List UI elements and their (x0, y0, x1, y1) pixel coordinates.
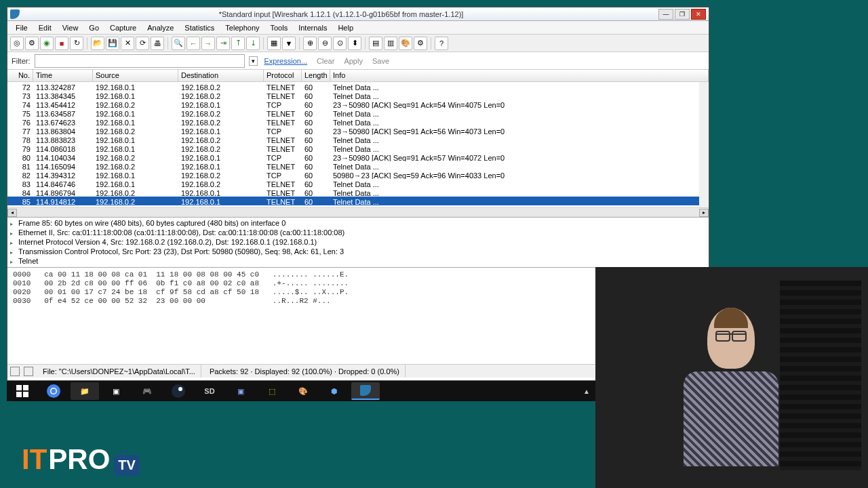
packet-row[interactable]: 83114.846746192.168.0.1192.168.0.2TELNET… (7, 179, 709, 188)
packet-row[interactable]: 81114.165094192.168.0.2192.168.0.1TELNET… (7, 161, 709, 170)
explorer-icon[interactable]: 📁 (71, 382, 99, 400)
interfaces-button[interactable]: ◎ (10, 37, 24, 50)
close-button[interactable]: ✕ (691, 9, 706, 20)
last-button[interactable]: ⤓ (246, 37, 260, 50)
sd-icon[interactable]: SD (195, 382, 224, 400)
packet-row[interactable]: 72113.324287192.168.0.1192.168.0.2TELNET… (7, 82, 709, 91)
filter-dropdown-button[interactable]: ▾ (249, 56, 258, 66)
find-button[interactable]: 🔍 (172, 37, 185, 50)
gns3-icon[interactable]: ⬢ (320, 382, 349, 400)
packet-row[interactable]: 73113.384345192.168.0.1192.168.0.2TELNET… (7, 91, 709, 100)
gamepad-icon[interactable]: 🎮 (133, 382, 161, 400)
titlebar: *Standard input [Wireshark 1.12.1 (v1.12… (7, 7, 709, 21)
col-info[interactable]: Info (330, 70, 709, 81)
menu-view[interactable]: View (57, 22, 84, 33)
menu-file[interactable]: File (10, 22, 33, 33)
col-length[interactable]: Length (302, 70, 330, 81)
terminal-icon[interactable]: ▣ (102, 382, 130, 400)
menu-telephony[interactable]: Telephony (220, 22, 264, 33)
close-file-button[interactable]: ✕ (121, 37, 134, 50)
menu-tools[interactable]: Tools (265, 22, 294, 33)
print-button[interactable]: 🖶 (151, 37, 164, 50)
wireshark-taskbar-icon[interactable] (351, 382, 380, 400)
save-button[interactable]: 💾 (106, 37, 119, 50)
reload-button[interactable]: ⟳ (136, 37, 149, 50)
col-no[interactable]: No. (7, 70, 33, 81)
save-filter-button[interactable]: Save (370, 57, 392, 65)
packet-row[interactable]: 74113.454412192.168.0.2192.168.0.1TCP602… (7, 100, 709, 108)
autoscroll-button[interactable]: ▼ (282, 37, 296, 50)
help-button[interactable]: ? (435, 37, 448, 50)
menu-go[interactable]: Go (83, 22, 104, 33)
vertical-scrollbar[interactable] (699, 82, 709, 207)
menu-capture[interactable]: Capture (104, 22, 142, 33)
capture-comment-icon[interactable] (24, 367, 33, 376)
preferences-button[interactable]: ⚙ (414, 37, 427, 50)
expression-button[interactable]: Expression... (262, 57, 311, 65)
svg-point-8 (178, 387, 182, 391)
stop-capture-button[interactable]: ■ (55, 37, 68, 50)
display-filters-button[interactable]: ▥ (384, 37, 397, 50)
packet-row[interactable]: 75113.634587192.168.0.1192.168.0.2TELNET… (7, 108, 709, 117)
open-button[interactable]: 📂 (91, 37, 104, 50)
packet-row[interactable]: 79114.086018192.168.0.1192.168.0.2TELNET… (7, 144, 709, 152)
packet-row[interactable]: 85114.914812192.168.0.2192.168.0.1TELNET… (7, 197, 709, 205)
goto-button[interactable]: ⇥ (216, 37, 230, 50)
clear-button[interactable]: Clear (314, 57, 337, 65)
zoom-reset-button[interactable]: ⊙ (333, 37, 347, 50)
next-button[interactable]: → (201, 37, 215, 50)
col-protocol[interactable]: Protocol (264, 70, 302, 81)
start-button[interactable] (8, 382, 37, 400)
prev-button[interactable]: ← (186, 37, 200, 50)
menu-statistics[interactable]: Statistics (179, 22, 220, 33)
detail-row[interactable]: Transmission Control Protocol, Src Port:… (10, 247, 706, 257)
menu-analyze[interactable]: Analyze (142, 22, 179, 33)
minimize-button[interactable]: — (658, 9, 673, 20)
start-capture-button[interactable]: ◉ (40, 37, 54, 50)
system-tray[interactable]: ▲ (579, 388, 594, 395)
expert-info-icon[interactable] (10, 367, 20, 376)
status-file: File: "C:\Users\DONPEZ~1\AppData\Local\T… (37, 365, 201, 378)
col-time[interactable]: Time (33, 70, 93, 81)
zoom-out-button[interactable]: ⊖ (318, 37, 332, 50)
paint-icon[interactable]: 🎨 (289, 382, 317, 400)
menu-edit[interactable]: Edit (33, 22, 57, 33)
packet-details-pane[interactable]: Frame 85: 60 bytes on wire (480 bits), 6… (7, 218, 709, 268)
detail-row[interactable]: Telnet (10, 257, 706, 266)
steam-icon[interactable] (164, 382, 193, 400)
packet-row[interactable]: 77113.863804192.168.0.2192.168.0.1TCP602… (7, 126, 709, 135)
detail-row[interactable]: Internet Protocol Version 4, Src: 192.16… (10, 238, 706, 247)
itprotv-logo: ITPROTV (22, 443, 140, 476)
packet-row[interactable]: 80114.104034192.168.0.2192.168.0.1TCP602… (7, 152, 709, 161)
capture-filters-button[interactable]: ▤ (369, 37, 382, 50)
zoom-in-button[interactable]: ⊕ (303, 37, 317, 50)
colorize-button[interactable]: ▦ (267, 37, 281, 50)
filter-input[interactable] (35, 54, 245, 68)
putty-icon[interactable]: ⬚ (258, 382, 286, 400)
menu-help[interactable]: Help (332, 22, 359, 33)
packet-row[interactable]: 76113.674623192.168.0.1192.168.0.2TELNET… (7, 117, 709, 126)
packet-list-header: No. Time Source Destination Protocol Len… (7, 70, 709, 82)
virtualbox-icon[interactable]: ▣ (226, 382, 255, 400)
first-button[interactable]: ⤒ (231, 37, 245, 50)
options-button[interactable]: ⚙ (25, 37, 39, 50)
resize-cols-button[interactable]: ⬍ (348, 37, 361, 50)
packet-row[interactable]: 78113.883823192.168.0.1192.168.0.2TELNET… (7, 135, 709, 144)
menubar: FileEditViewGoCaptureAnalyzeStatisticsTe… (7, 21, 709, 35)
maximize-button[interactable]: ❐ (675, 9, 690, 20)
horizontal-scrollbar[interactable]: ◂▸ (7, 207, 709, 217)
packet-row[interactable]: 84114.896794192.168.0.2192.168.0.1TELNET… (7, 188, 709, 197)
packet-list[interactable]: 72113.324287192.168.0.1192.168.0.2TELNET… (7, 82, 709, 207)
col-destination[interactable]: Destination (178, 70, 264, 81)
svg-point-6 (52, 389, 56, 394)
detail-row[interactable]: Ethernet II, Src: ca:01:11:18:00:08 (ca:… (10, 228, 706, 238)
restart-capture-button[interactable]: ↻ (70, 37, 83, 50)
chrome-icon[interactable] (39, 382, 68, 400)
apply-button[interactable]: Apply (341, 57, 366, 65)
detail-row[interactable]: Frame 85: 60 bytes on wire (480 bits), 6… (10, 219, 706, 228)
packet-row[interactable]: 82114.394312192.168.0.1192.168.0.2TCP605… (7, 170, 709, 179)
coloring-rules-button[interactable]: 🎨 (399, 37, 412, 50)
col-source[interactable]: Source (93, 70, 178, 81)
window-title: *Standard input [Wireshark 1.12.1 (v1.12… (24, 10, 658, 18)
menu-internals[interactable]: Internals (293, 22, 332, 33)
